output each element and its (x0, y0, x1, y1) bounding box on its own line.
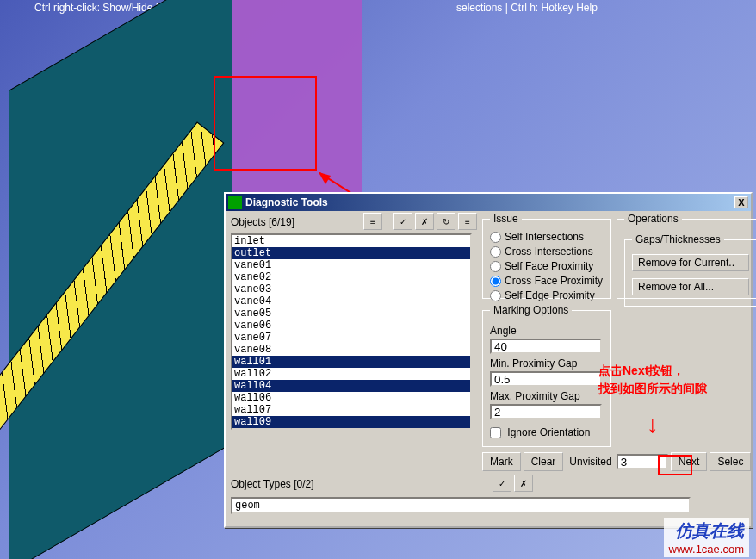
list-item[interactable]: wall10 (232, 428, 470, 430)
unvisited-label: Unvisited (569, 456, 611, 468)
max-gap-input[interactable] (490, 404, 602, 419)
list-item[interactable]: vane06 (232, 320, 470, 332)
issue-option[interactable]: Self Edge Proximity (490, 289, 604, 303)
dialog-title: Diagnostic Tools (245, 196, 328, 208)
mark-button[interactable]: Mark (482, 452, 521, 471)
geom-block-teal (9, 0, 232, 559)
list-item[interactable]: vane05 (232, 307, 470, 320)
objects-listbox[interactable]: inletoutletvane01vane02vane03vane04vane0… (231, 233, 472, 430)
operations-legend: Operations (624, 213, 682, 225)
operations-fieldset: Operations Gaps/Thicknesses Remove for C… (617, 213, 756, 299)
issue-option-label: Self Face Proximity (505, 260, 593, 272)
issue-radio[interactable] (490, 276, 501, 287)
footer-cn-text: 仿真在线 (669, 519, 744, 543)
remove-current-button[interactable]: Remove for Current.. (632, 254, 749, 271)
filter-check-button[interactable]: ✓ (393, 213, 412, 230)
list-item[interactable]: vane07 (232, 332, 470, 344)
close-button[interactable]: X (734, 196, 748, 208)
annotation-line2: 找到如图所示的间隙 (598, 380, 707, 398)
issue-legend: Issue (490, 213, 522, 225)
list-item[interactable]: vane08 (232, 344, 470, 356)
clear-button[interactable]: Clear (524, 452, 564, 471)
issue-radio[interactable] (490, 246, 501, 258)
ignore-orientation-checkbox[interactable] (490, 427, 501, 438)
annotation-line1: 点击Next按钮， (598, 362, 707, 380)
issue-option[interactable]: Self Face Proximity (490, 259, 604, 274)
list-item[interactable]: wall04 (232, 380, 470, 392)
hint-text-right: selections | Ctrl h: Hotkey Help (456, 2, 598, 14)
issue-radio[interactable] (490, 261, 501, 272)
list-item[interactable]: vane01 (232, 259, 470, 271)
list-item[interactable]: vane04 (232, 295, 470, 307)
gaps-legend: Gaps/Thicknesses (632, 233, 724, 245)
types-cross-button[interactable]: ✗ (514, 475, 533, 492)
list-item[interactable]: vane02 (232, 271, 470, 283)
down-arrow-icon: ↓ (598, 407, 707, 443)
issue-option-label: Self Edge Proximity (505, 289, 595, 301)
issue-fieldset: Issue Self IntersectionsCross Intersecti… (482, 213, 611, 299)
issue-radio[interactable] (490, 290, 501, 301)
dialog-titlebar[interactable]: Diagnostic Tools X (226, 194, 751, 211)
footer-url-text: www.1cae.com (669, 543, 744, 556)
angle-input[interactable] (490, 339, 602, 354)
filter-update-button[interactable]: ↻ (437, 213, 455, 230)
watermark-footer: 仿真在线 www.1cae.com (664, 518, 749, 557)
list-item[interactable]: wall07 (232, 404, 470, 416)
object-types-label: Object Types [0/2] (231, 478, 314, 490)
issue-option[interactable]: Cross Face Proximity (490, 274, 604, 289)
filter-cross-button[interactable]: ✗ (415, 213, 434, 230)
min-gap-input[interactable] (490, 371, 602, 387)
list-item[interactable]: wall06 (232, 392, 470, 404)
filter-list-button[interactable]: ≡ (458, 213, 477, 230)
issue-option-label: Self Intersections (505, 231, 584, 243)
next-button-highlight (658, 455, 692, 475)
gaps-sub-fieldset: Gaps/Thicknesses Remove for Current.. Re… (624, 233, 756, 307)
issue-option[interactable]: Cross Intersections (490, 245, 604, 259)
list-item[interactable]: vane03 (232, 283, 470, 295)
issue-option-label: Cross Face Proximity (505, 275, 603, 287)
ignore-orientation-label: Ignore Orientation (507, 426, 590, 438)
list-item[interactable]: outlet (232, 247, 470, 259)
issue-option-label: Cross Intersections (505, 245, 593, 258)
annotation-text: 点击Next按钮， 找到如图所示的间隙 ↓ (598, 362, 707, 443)
object-types-field[interactable]: geom (231, 497, 691, 514)
list-item[interactable]: inlet (232, 235, 470, 247)
issue-option[interactable]: Self Intersections (490, 230, 604, 245)
issue-radio[interactable] (490, 232, 501, 243)
select-button[interactable]: Selec (710, 452, 751, 471)
remove-all-button[interactable]: Remove for All... (632, 278, 749, 295)
types-check-button[interactable]: ✓ (493, 475, 511, 492)
list-item[interactable]: wall01 (232, 356, 470, 368)
action-button-row: Mark Clear Unvisited Next Selec (482, 452, 751, 471)
angle-label: Angle (490, 325, 604, 337)
marking-legend: Marking Options (490, 304, 572, 316)
objects-count-label: Objects [6/19] (231, 216, 294, 228)
list-item[interactable]: wall09 (232, 416, 470, 428)
highlight-rectangle (214, 76, 317, 171)
min-gap-label: Min. Proximity Gap (490, 357, 604, 370)
list-mode-button[interactable]: ≡ (363, 213, 382, 230)
list-item[interactable]: wall02 (232, 368, 470, 380)
marking-options-fieldset: Marking Options Angle Min. Proximity Gap… (482, 304, 611, 447)
diagnostic-tools-dialog: Diagnostic Tools X Objects [6/19] ≡ ✓ ✗ … (224, 192, 753, 528)
app-icon (228, 196, 242, 209)
max-gap-label: Max. Proximity Gap (490, 390, 604, 402)
